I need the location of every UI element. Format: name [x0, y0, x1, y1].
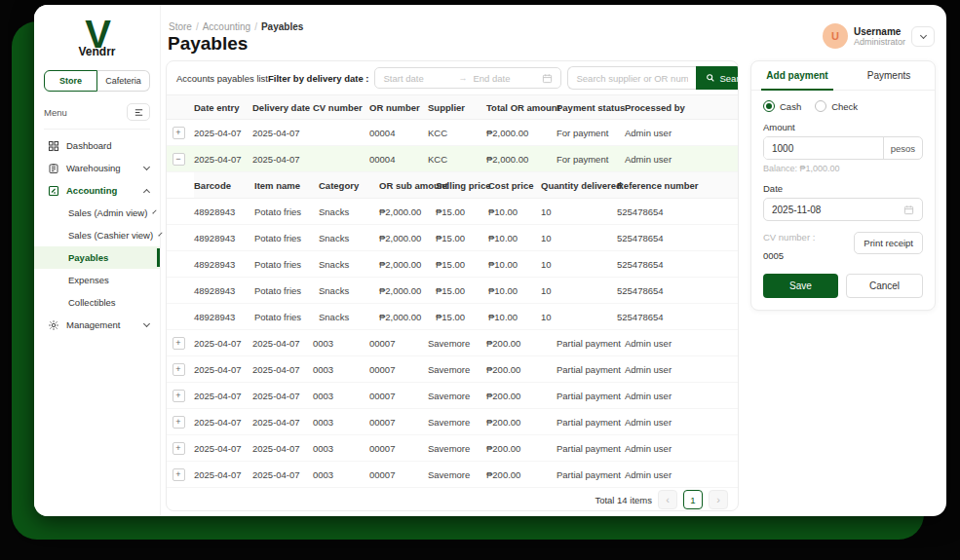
pagination-next-button[interactable]: ›	[709, 490, 728, 509]
cell-supplier: KCC	[428, 154, 486, 165]
detail-cell-barcode: 48928943	[194, 312, 254, 322]
detail-cell-category: Snacks	[319, 233, 379, 243]
cell-total-or-amount: ₱200.00	[486, 391, 557, 401]
sidebar-item-sales-cashier-view[interactable]: Sales (Cashier view)	[34, 224, 160, 246]
detail-cell-item-name: Potato fries	[254, 259, 319, 270]
cell-total-or-amount: ₱200.00	[486, 417, 557, 428]
expand-row-button[interactable]: +	[173, 363, 185, 376]
save-button[interactable]: Save	[763, 274, 838, 298]
cell-payment-status: For payment	[557, 128, 625, 138]
table-row[interactable]: −2025-04-072025-04-0700004KCC₱2,000.00Fo…	[167, 146, 738, 172]
radio-check[interactable]: Check	[815, 100, 858, 112]
search-button[interactable]: Search	[696, 66, 739, 90]
table-row[interactable]: +2025-04-072025-04-07000300007Savemore₱2…	[167, 435, 738, 462]
list-title: Accounts payables list	[176, 73, 268, 84]
user-dropdown-button[interactable]	[911, 26, 935, 47]
breadcrumb-item-accounting[interactable]: Accounting	[203, 21, 250, 32]
search-input[interactable]	[567, 66, 696, 90]
detail-cell-quantity-delivered: 10	[541, 259, 617, 270]
cell-processed-by: Admin user	[625, 469, 738, 480]
sidebar-item-payables[interactable]: Payables	[34, 246, 160, 269]
radio-unchecked-icon	[815, 100, 826, 112]
detail-row[interactable]: 48928943Potato friesSnacks₱2,000.00₱15.0…	[167, 199, 738, 225]
pagination-page-1[interactable]: 1	[683, 490, 703, 509]
expand-row-button[interactable]: +	[173, 337, 185, 350]
payment-tabs: Add paymentPayments	[751, 61, 935, 91]
detail-cell-cost-price: ₱10.00	[488, 285, 541, 296]
column-header-delivery-date: Delivery date	[252, 102, 313, 113]
expand-row-button[interactable]: +	[173, 468, 185, 481]
table-row[interactable]: +2025-04-072025-04-07000300007Savemore₱2…	[167, 383, 738, 409]
cell-processed-by: Admin user	[625, 417, 738, 428]
sidebar-item-management[interactable]: Management	[34, 314, 160, 336]
sidebar-item-dashboard[interactable]: Dashboard	[34, 134, 160, 157]
accounting-icon	[48, 185, 59, 197]
cell-cv-number: 0003	[313, 338, 369, 349]
column-header-processed-by: Processed by	[625, 102, 738, 113]
cell-delivery-date: 2025-04-07	[252, 417, 313, 428]
sidebar-item-sales-admin-view[interactable]: Sales (Admin view)	[34, 202, 160, 224]
expand-row-button[interactable]: +	[173, 390, 185, 402]
table-row[interactable]: +2025-04-072025-04-07000300007Savemore₱2…	[167, 462, 738, 488]
detail-row[interactable]: 48928943Potato friesSnacks₱2,000.00₱15.0…	[167, 278, 738, 304]
detail-cell-cost-price: ₱10.00	[488, 206, 541, 217]
detail-cell-selling-price: ₱15.00	[436, 233, 488, 243]
detail-cell-or-sub-amount: ₱2,000.00	[379, 259, 436, 270]
expand-row-button[interactable]: +	[173, 442, 185, 455]
sidebar-item-label: Expenses	[68, 275, 109, 285]
delivery-date-range-input[interactable]: Start date → End date	[374, 67, 561, 89]
cancel-button[interactable]: Cancel	[846, 274, 923, 298]
sidebar-collapse-button[interactable]	[127, 103, 150, 121]
payment-date-value: 2025-11-08	[772, 205, 821, 215]
detail-row[interactable]: 48928943Potato friesSnacks₱2,000.00₱15.0…	[167, 251, 738, 278]
tab-add-payment[interactable]: Add payment	[751, 61, 843, 90]
cell-payment-status: Partial payment	[557, 391, 625, 401]
cell-date-entry: 2025-04-07	[194, 338, 252, 349]
page-title: Payables	[168, 33, 248, 55]
detail-cell-category: Snacks	[319, 206, 379, 217]
amount-input[interactable]	[764, 137, 883, 159]
sidebar-item-expenses[interactable]: Expenses	[34, 269, 160, 291]
column-header-cv-number: CV number	[313, 102, 369, 113]
table-row[interactable]: +2025-04-072025-04-07000300007Savemore₱2…	[167, 356, 738, 383]
cell-total-or-amount: ₱2,000.00	[486, 154, 557, 165]
table-row[interactable]: +2025-04-072025-04-07000300007Savemore₱2…	[167, 409, 738, 435]
location-tab-cafeteria[interactable]: Cafeteria	[97, 70, 150, 92]
user-menu[interactable]: U Username Administrator	[823, 23, 935, 49]
collapse-row-button[interactable]: −	[173, 153, 185, 166]
sidebar-item-warehousing[interactable]: Warehousing	[34, 157, 160, 179]
detail-row[interactable]: 48928943Potato friesSnacks₱2,000.00₱15.0…	[167, 225, 738, 251]
payment-date-input[interactable]: 2025-11-08	[763, 198, 923, 221]
location-tab-store[interactable]: Store	[44, 70, 97, 92]
cv-number-value: 0005	[763, 250, 815, 261]
detail-cell-reference-number: 525478654	[617, 206, 738, 217]
sidebar-item-collectibles[interactable]: Collectibles	[34, 291, 160, 314]
column-header-payment-status: Payment status	[557, 102, 625, 113]
cell-date-entry: 2025-04-07	[194, 128, 252, 138]
sidebar-item-accounting[interactable]: Accounting	[34, 179, 160, 202]
table-row[interactable]: +2025-04-072025-04-07000300007Savemore₱2…	[167, 330, 738, 356]
cell-payment-status: Partial payment	[557, 338, 625, 349]
expand-row-button[interactable]: +	[173, 127, 185, 139]
pagination-prev-button[interactable]: ‹	[658, 490, 677, 509]
amount-input-group: pesos	[763, 136, 923, 160]
expand-cell: +	[167, 363, 194, 376]
tab-payments[interactable]: Payments	[843, 61, 935, 90]
detail-cell-barcode: 48928943	[194, 206, 254, 217]
cell-or-number: 00007	[369, 391, 428, 401]
chevron-down-icon	[143, 164, 150, 170]
search-group: Search	[567, 66, 739, 90]
print-receipt-button[interactable]: Print receipt	[854, 232, 923, 254]
cell-payment-status: Partial payment	[557, 417, 625, 428]
detail-cell-item-name: Potato fries	[254, 206, 319, 217]
radio-cash[interactable]: Cash	[763, 100, 801, 112]
breadcrumb-item-store[interactable]: Store	[169, 21, 192, 32]
cell-delivery-date: 2025-04-07	[252, 128, 313, 138]
expand-row-button[interactable]: +	[173, 416, 185, 429]
detail-cell-quantity-delivered: 10	[541, 312, 617, 322]
table-row[interactable]: +2025-04-072025-04-0700004KCC₱2,000.00Fo…	[167, 120, 738, 146]
detail-row[interactable]: 48928943Potato friesSnacks₱2,000.00₱15.0…	[167, 304, 738, 330]
stage: V Vendrr StoreCafeteria Menu DashboardWa…	[0, 0, 960, 560]
detail-cell-selling-price: ₱15.00	[436, 285, 488, 296]
breadcrumb: Store/Accounting/Payables	[169, 21, 303, 32]
